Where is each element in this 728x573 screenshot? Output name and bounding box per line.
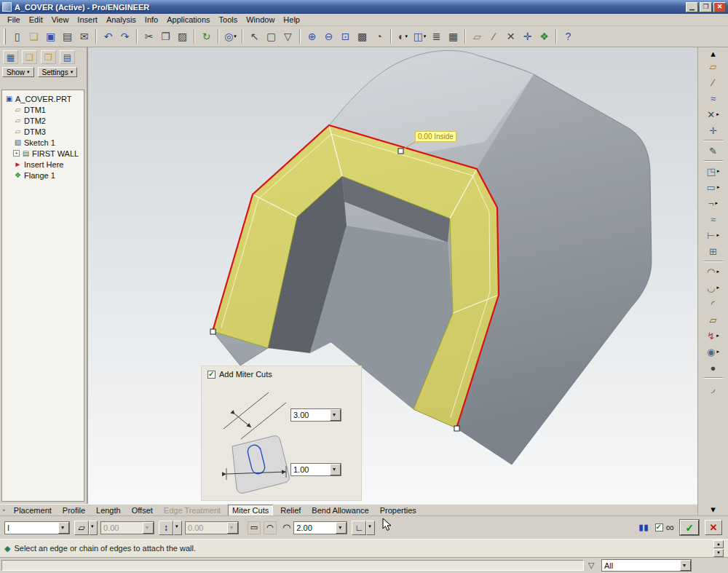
flat-wall-tool-flyout-icon[interactable] <box>717 184 720 190</box>
context-help-button[interactable]: ? <box>560 28 577 45</box>
menu-info[interactable]: Info <box>141 15 162 25</box>
orient-mode-button[interactable]: ◔ <box>371 28 387 45</box>
radius-side-dropdown[interactable] <box>366 521 375 535</box>
menu-help[interactable]: Help <box>279 15 304 25</box>
tree-item-dtm2[interactable]: ▱DTM2 <box>3 115 83 126</box>
spin-center-toggle-button[interactable]: ❖ <box>536 28 553 45</box>
repaint-button[interactable]: ▩ <box>354 28 371 45</box>
minimize-button[interactable]: ▁ <box>686 2 698 12</box>
unbend-tool-button[interactable]: ◡ <box>700 280 727 296</box>
flange-profile-combo[interactable]: I <box>4 521 70 534</box>
cut-button[interactable]: ✂ <box>141 28 157 45</box>
miter-gap-combo[interactable]: 3.00 <box>290 408 341 422</box>
tab-relief[interactable]: Relief <box>277 505 304 515</box>
saved-views-button[interactable]: ◫ <box>411 28 428 45</box>
datum-plane-tool-button[interactable]: ▱ <box>700 58 727 74</box>
tree-item-a-cover-prt[interactable]: ▣A_COVER.PRT <box>3 93 83 104</box>
menu-view[interactable]: View <box>47 15 74 25</box>
show-button[interactable]: Show ▾ <box>2 67 34 77</box>
selection-filter-combo[interactable]: All <box>601 559 692 572</box>
accept-feature-button[interactable]: ✓ <box>680 520 699 535</box>
dropdown-arrow-icon[interactable] <box>680 560 691 571</box>
offset-reference-button[interactable]: ↕ <box>159 521 173 535</box>
miter-radius-combo[interactable]: 1.00 <box>290 463 341 476</box>
redo-button[interactable]: ↷ <box>116 28 133 45</box>
tree-item-sketch-1[interactable]: ▧Sketch 1 <box>3 137 83 148</box>
sketch-tool-button[interactable]: ✎ <box>700 143 727 159</box>
merge-wall-tool-button[interactable]: ⊞ <box>700 243 727 259</box>
menu-applications[interactable]: Applications <box>162 15 214 25</box>
select-chain-button[interactable]: ▢ <box>263 28 280 45</box>
new-file-button[interactable]: ▯ <box>9 28 25 45</box>
3d-canvas[interactable] <box>88 47 697 504</box>
dropdown-arrow-icon[interactable] <box>330 464 341 475</box>
corner-toggle-button[interactable]: ◠ <box>264 521 277 534</box>
tab-miter-cuts[interactable]: Miter Cuts <box>228 505 273 516</box>
tab-placement[interactable]: Placement <box>10 505 55 515</box>
rip-tool-flyout-icon[interactable] <box>716 333 719 339</box>
display-style-button[interactable]: ◐ <box>395 28 411 45</box>
datum-point-tool-flyout-icon[interactable] <box>716 111 719 117</box>
coordinate-system-tool-button[interactable]: ✛ <box>700 122 727 138</box>
bend-back-tool-button[interactable]: ◜ <box>700 296 727 312</box>
message-scroll-down[interactable]: ▼ <box>713 549 724 557</box>
tree-item-insert-here[interactable]: ►Insert Here <box>3 159 83 170</box>
profile-type-dropdown[interactable] <box>89 521 98 535</box>
zoom-in-button[interactable]: ⊕ <box>304 28 320 45</box>
tab-bend-allowance[interactable]: Bend Allowance <box>308 505 372 515</box>
navigator-tab-model-tree[interactable]: ▦ <box>3 50 18 64</box>
expander-icon[interactable]: + <box>13 150 20 157</box>
datum-planes-toggle-button[interactable]: ▱ <box>469 28 486 45</box>
tab-properties[interactable]: Properties <box>376 505 420 515</box>
save-button[interactable]: ▣ <box>42 28 59 45</box>
cancel-feature-button[interactable]: ✕ <box>705 520 722 535</box>
rip-tool-button[interactable]: ↯ <box>700 328 727 344</box>
settings-button[interactable]: Settings ▾ <box>38 67 78 77</box>
edge-toggle-button[interactable]: ▭ <box>248 521 261 534</box>
preview-glasses-icon[interactable]: ∞ <box>666 522 674 534</box>
pause-button[interactable]: ▮▮ <box>638 523 649 532</box>
view-manager-button[interactable]: ▦ <box>445 28 462 45</box>
menu-analysis[interactable]: Analysis <box>102 15 141 25</box>
tab-offset[interactable]: Offset <box>128 505 157 515</box>
print-button[interactable]: ▤ <box>59 28 76 45</box>
maximize-button[interactable]: ❐ <box>700 2 712 12</box>
extrude-wall-tool-flyout-icon[interactable] <box>717 168 720 174</box>
tree-item-flange-1[interactable]: ❖Flange 1 <box>3 170 83 181</box>
display-style-dropdown-icon[interactable] <box>405 33 408 39</box>
navigator-tab-folder-browser[interactable]: ❏ <box>22 50 37 64</box>
menu-file[interactable]: File <box>3 15 25 25</box>
copy-button[interactable]: ❐ <box>157 28 174 45</box>
title-bar[interactable]: A_COVER (Active) - Pro/ENGINEER ▁ ❐ ✕ <box>0 0 728 14</box>
datum-axis-tool-button[interactable]: ∕ <box>700 74 727 90</box>
navigator-tab-history[interactable]: ▤ <box>60 50 75 64</box>
search-button[interactable]: ◎ <box>222 28 239 45</box>
dropdown-arrow-icon[interactable] <box>336 522 347 534</box>
datum-point-tool-button[interactable]: ✕ <box>700 106 727 122</box>
forming-tool-button[interactable]: ◉ <box>700 344 727 360</box>
profile-type-button[interactable]: ▱ <box>74 521 89 535</box>
search-dropdown-icon[interactable] <box>234 33 237 39</box>
navigator-tab-favorites[interactable]: ❐ <box>41 50 56 64</box>
regenerate-button[interactable]: ↻ <box>198 28 215 45</box>
zoom-out-button[interactable]: ⊖ <box>320 28 337 45</box>
selection-filter-button[interactable]: ▽ <box>280 28 296 45</box>
dropdown-arrow-icon[interactable] <box>58 522 69 534</box>
twist-wall-tool-button[interactable]: ≈ <box>700 211 727 227</box>
datum-curve-tool-button[interactable]: ≈ <box>700 90 727 106</box>
datum-points-toggle-button[interactable]: ✕ <box>502 28 519 45</box>
flat-wall-tool-button[interactable]: ▭ <box>700 179 727 195</box>
drag-handle-start[interactable] <box>210 329 215 334</box>
bend-tool-button[interactable]: ◠ <box>700 264 727 280</box>
layers-button[interactable]: ≣ <box>428 28 445 45</box>
offset-reference-dropdown[interactable] <box>173 521 182 535</box>
forming-tool-flyout-icon[interactable] <box>716 349 719 355</box>
select-items-button[interactable]: ↖ <box>246 28 263 45</box>
tab-length[interactable]: Length <box>92 505 124 515</box>
extend-wall-tool-button[interactable]: ⊢ <box>700 227 727 243</box>
close-button[interactable]: ✕ <box>713 2 726 12</box>
menu-edit[interactable]: Edit <box>25 15 47 25</box>
scroll-up-button[interactable]: ▴ <box>700 48 727 58</box>
undo-button[interactable]: ↶ <box>100 28 116 45</box>
scroll-down-button[interactable]: ▾ <box>700 504 727 514</box>
